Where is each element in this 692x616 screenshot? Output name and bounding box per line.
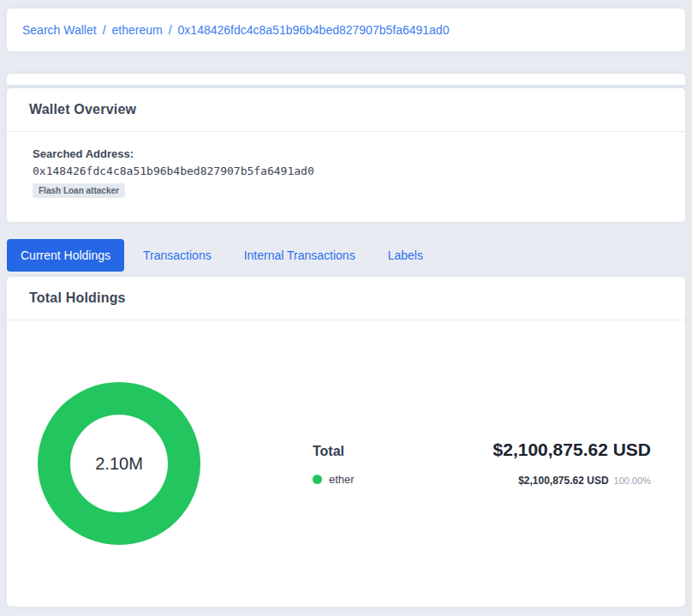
total-holdings-header: Total Holdings — [7, 277, 685, 320]
collapsed-panel-strip — [7, 74, 685, 85]
legend-value-row: $2,100,875.62 USD100.00% — [493, 472, 651, 487]
donut-center-label: 2.10M — [95, 454, 143, 474]
holdings-donut-chart[interactable]: 2.10M — [38, 382, 200, 545]
legend-label: ether — [329, 473, 355, 486]
tab-current-holdings[interactable]: Current Holdings — [7, 239, 124, 272]
wallet-overview-body: Searched Address: 0x148426fdc4c8a51b96b4… — [7, 132, 685, 222]
holdings-totals: Total $2,100,875.62 USD ether $2,100,875… — [313, 440, 651, 487]
total-holdings-title: Total Holdings — [29, 290, 126, 305]
tab-bar: Current Holdings Transactions Internal T… — [7, 239, 685, 272]
searched-address-value: 0x148426fdc4c8a51b96b4bed827907b5fa6491a… — [33, 164, 659, 177]
breadcrumb-separator: / — [169, 23, 172, 37]
tab-internal-transactions[interactable]: Internal Transactions — [230, 239, 369, 272]
total-holdings-card: Total Holdings 2.10M Total $2,100,875.62… — [7, 277, 685, 607]
address-tag-badge: Flash Loan attacker — [33, 183, 125, 198]
breadcrumb-link-search-wallet[interactable]: Search Wallet — [22, 23, 97, 37]
wallet-overview-title: Wallet Overview — [29, 102, 136, 117]
total-holdings-body: 2.10M Total $2,100,875.62 USD ether $2,1… — [7, 320, 685, 607]
wallet-overview-card: Wallet Overview Searched Address: 0x1484… — [7, 88, 685, 222]
legend-dot-icon — [313, 475, 322, 484]
tab-transactions[interactable]: Transactions — [129, 239, 225, 272]
breadcrumb: Search Wallet/ethereum/0x148426fdc4c8a51… — [7, 9, 685, 51]
breadcrumb-link-chain[interactable]: ethereum — [112, 23, 163, 37]
searched-address-label: Searched Address: — [33, 147, 659, 160]
tab-labels[interactable]: Labels — [374, 239, 437, 272]
legend-percent: 100.00% — [614, 475, 651, 486]
breadcrumb-link-address[interactable]: 0x148426fdc4c8a51b96b4bed827907b5fa6491a… — [178, 23, 450, 37]
donut-hole: 2.10M — [70, 415, 168, 512]
total-label: Total — [313, 444, 493, 459]
total-value: $2,100,875.62 USD — [493, 440, 651, 460]
wallet-overview-header: Wallet Overview — [7, 88, 685, 132]
legend-value: $2,100,875.62 USD — [518, 475, 608, 487]
breadcrumb-separator: / — [103, 23, 106, 37]
legend-item-ether[interactable]: ether — [313, 473, 493, 486]
